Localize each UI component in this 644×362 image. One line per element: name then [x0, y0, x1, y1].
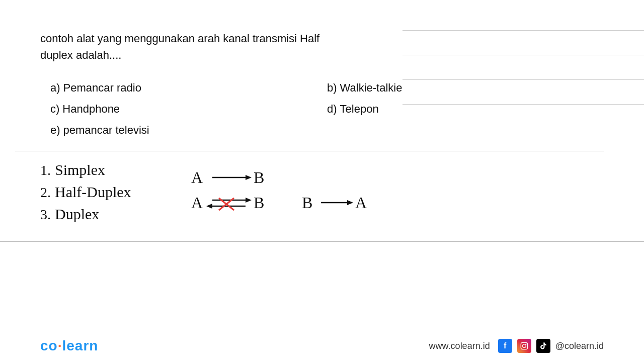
option-e: e) pemancar televisi	[50, 120, 327, 141]
option-e-label: e)	[50, 124, 60, 137]
footer: co·learn www.colearn.id f @colearn.id	[0, 330, 644, 362]
option-b-label: b)	[327, 81, 337, 95]
diagram-section: 1. Simplex 2. Half-Duplex 3. Duplex B --…	[0, 151, 644, 242]
item1-label: Simplex	[55, 161, 105, 178]
option-c-text: Handphone	[62, 103, 120, 116]
option-c: c) Handphone	[50, 99, 327, 120]
right-line-3	[403, 79, 644, 80]
footer-url: www.colearn.id	[429, 341, 490, 351]
question-line1: contoh alat yang menggunakan arah kanal …	[40, 32, 319, 45]
svg-text:A: A	[355, 194, 367, 212]
instagram-icon	[517, 339, 531, 353]
logo-co: co	[40, 338, 58, 353]
option-a-text: Pemancar radio	[63, 81, 141, 95]
svg-marker-8	[206, 204, 212, 209]
footer-logo: co·learn	[40, 338, 98, 354]
diagram-list: 1. Simplex 2. Half-Duplex 3. Duplex	[40, 161, 171, 223]
svg-point-17	[522, 344, 526, 348]
svg-rect-16	[521, 342, 527, 349]
option-a: a) Pemancar radio	[50, 77, 327, 99]
footer-social: f @colearn.id	[498, 339, 604, 353]
item3-num: 3.	[40, 207, 51, 223]
logo-learn: learn	[62, 338, 98, 353]
right-decorative-lines	[403, 30, 644, 105]
option-a-label: a)	[50, 81, 60, 95]
svg-text:B: B	[254, 194, 264, 212]
footer-handle: @colearn.id	[555, 341, 604, 351]
item2-num: 2.	[40, 185, 51, 201]
svg-marker-6	[246, 198, 252, 203]
svg-marker-14	[347, 200, 353, 205]
svg-point-18	[525, 343, 526, 344]
right-line-4	[403, 104, 644, 105]
item1-num: 1.	[40, 162, 51, 178]
right-line-2	[403, 55, 644, 55]
diagram-arrows: B --> A B A B	[191, 161, 392, 231]
footer-right: www.colearn.id f @colearn.id	[429, 339, 604, 353]
arrows-svg: B --> A B A B	[191, 164, 392, 229]
option-e-text: pemancar televisi	[63, 124, 149, 137]
item3-label: Duplex	[55, 206, 99, 223]
svg-text:A: A	[191, 168, 203, 187]
option-c-label: c)	[50, 103, 59, 116]
option-d-label: d)	[327, 103, 337, 116]
option-b-text: Walkie-talkie	[340, 81, 403, 95]
svg-text:A: A	[191, 194, 203, 212]
item2-label: Half-Duplex	[55, 184, 131, 201]
tiktok-icon	[536, 339, 550, 353]
right-line-1	[403, 30, 644, 31]
svg-text:B: B	[302, 194, 312, 212]
question-line2: duplex adalah....	[40, 49, 121, 61]
facebook-icon: f	[498, 339, 512, 353]
svg-text:B: B	[254, 168, 264, 187]
option-d-text: Telepon	[340, 103, 379, 116]
svg-marker-2	[246, 175, 252, 180]
